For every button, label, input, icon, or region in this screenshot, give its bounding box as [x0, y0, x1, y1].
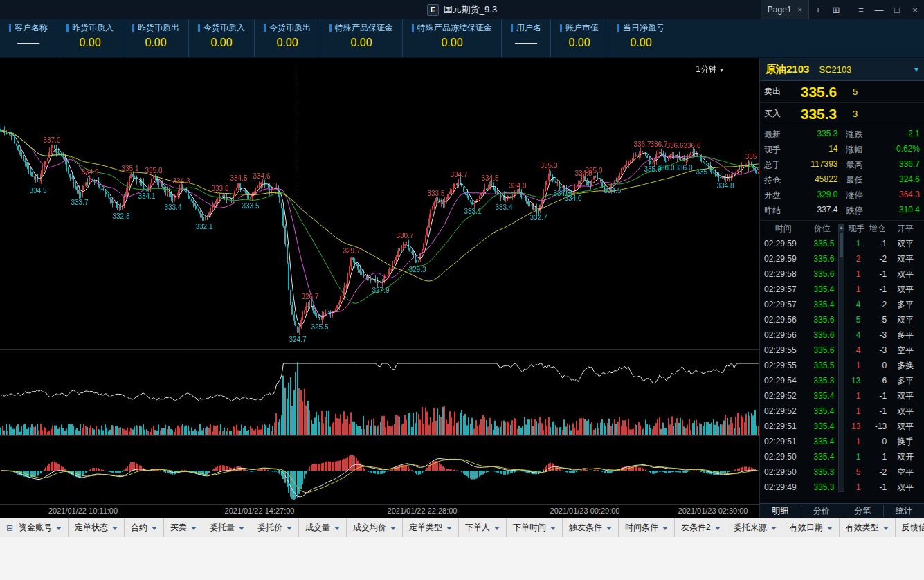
- account-field-label: 用户名: [511, 22, 541, 34]
- bid-price[interactable]: 335.3: [785, 106, 853, 123]
- stat-value: 324.6: [899, 174, 920, 186]
- filter-16[interactable]: 有效类型: [840, 518, 896, 537]
- filter-6[interactable]: 成交量: [299, 518, 347, 537]
- tick-open-close: 空平: [887, 345, 924, 356]
- bid-row[interactable]: 买入 335.3 3: [760, 103, 924, 125]
- tick-volume: 1: [845, 452, 867, 462]
- filter-1[interactable]: 定单状态: [69, 518, 125, 537]
- filter-8[interactable]: 定单类型: [403, 518, 459, 537]
- filter-17[interactable]: 反馈信息: [896, 518, 924, 537]
- filter-9[interactable]: 下单人: [459, 518, 507, 537]
- account-field-value: 0.00: [350, 37, 372, 49]
- tick-open-close: 双平: [887, 238, 924, 250]
- tab-统计[interactable]: 统计: [883, 505, 924, 517]
- tab-明细[interactable]: 明细: [760, 505, 801, 517]
- tick-volume: 13: [845, 422, 867, 431]
- ask-qty: 5: [853, 87, 880, 97]
- filter-label: 委托量: [210, 522, 235, 534]
- tab-分笔[interactable]: 分笔: [842, 505, 883, 517]
- scroll-up-icon[interactable]: ▲: [839, 224, 844, 231]
- filter-10[interactable]: 下单时间: [507, 518, 563, 537]
- tick-table-scrollbar[interactable]: ▲: [838, 224, 844, 492]
- account-field-value: 0.00: [630, 37, 651, 49]
- menu-icon[interactable]: ≡: [852, 0, 870, 19]
- chevron-down-icon: ▾: [720, 66, 723, 73]
- filter-0[interactable]: ⊞资金账号: [0, 518, 69, 537]
- tick-oi-change: -2: [867, 467, 887, 477]
- filter-12[interactable]: 时间条件: [619, 518, 675, 537]
- tick-price: 335.4: [807, 452, 837, 462]
- tick-oi-change: 0: [867, 437, 887, 446]
- quote-panel: 原油2103 SC2103 ▾ 卖出 335.6 5 买入 335.3 3 最新…: [759, 58, 924, 518]
- tick-volume: 1: [845, 361, 867, 370]
- stat-cell: 最新335.3: [760, 129, 842, 141]
- filter-15[interactable]: 有效日期: [783, 518, 840, 537]
- filter-4[interactable]: 委托量: [203, 518, 251, 537]
- filter-label: 定单类型: [409, 522, 442, 534]
- maximize-button[interactable]: □: [888, 0, 906, 19]
- chevron-down-icon[interactable]: ▾: [914, 64, 918, 74]
- ask-row[interactable]: 卖出 335.6 5: [760, 81, 924, 103]
- account-field-label: 昨货币质出: [132, 22, 179, 34]
- tick-open-close: 双平: [887, 390, 924, 402]
- dropdown-arrow-icon: [494, 527, 500, 533]
- quote-panel-tabs: 明细分价分笔统计: [760, 503, 924, 518]
- tick-price: 335.4: [807, 406, 837, 416]
- close-button[interactable]: ×: [906, 0, 924, 19]
- ask-price[interactable]: 335.6: [785, 84, 853, 100]
- stat-label: 总手: [764, 159, 781, 171]
- layout-icon[interactable]: ⊞: [827, 0, 845, 19]
- tick-open-close: 换手: [887, 436, 924, 448]
- account-field: 昨货币质出0.00: [123, 19, 188, 57]
- contract-name: 原油2103: [766, 63, 809, 76]
- tick-time: 02:29:57: [760, 284, 807, 294]
- filter-11[interactable]: 触发条件: [563, 518, 619, 537]
- account-field-value: ——: [17, 37, 39, 49]
- tick-price: 335.6: [807, 315, 837, 325]
- stat-label: 最高: [846, 159, 863, 171]
- account-field-label: 昨货币质入: [66, 22, 114, 34]
- stat-label: 涨跌: [846, 129, 863, 141]
- page-tab-close-icon[interactable]: ×: [798, 6, 802, 14]
- tick-oi-change: -5: [867, 315, 887, 325]
- candlestick-chart-canvas[interactable]: [0, 58, 759, 504]
- tick-price: 335.4: [807, 284, 837, 294]
- dropdown-arrow-icon: [152, 527, 157, 533]
- account-field: 特殊产品冻结保证金0.00: [402, 19, 501, 57]
- tab-分价[interactable]: 分价: [801, 505, 842, 517]
- tick-table: 时间价位现手增仓开平 02:29:59335.51-1双平02:29:59335…: [760, 221, 924, 495]
- filter-3[interactable]: 买卖: [164, 518, 203, 537]
- scrollbar-thumb[interactable]: [840, 233, 843, 257]
- chart-area: 1分钟 ▾ 2021/01/22 10:11:002021/01/22 14:2…: [0, 58, 759, 518]
- tick-oi-change: -1: [867, 406, 887, 416]
- tick-open-close: 双平: [887, 421, 924, 433]
- account-field-value: 0.00: [210, 37, 232, 49]
- stat-value: -0.62%: [894, 144, 920, 156]
- filter-5[interactable]: 委托价: [251, 518, 299, 537]
- tick-time: 02:29:52: [760, 406, 807, 416]
- minimize-button[interactable]: —: [870, 0, 888, 19]
- account-field: 特殊产品保证金0.00: [320, 19, 402, 57]
- tick-volume: 4: [845, 300, 867, 309]
- account-field-label: 账户市值: [560, 22, 599, 34]
- new-page-button[interactable]: +: [809, 0, 827, 19]
- stat-row: 现手14涨幅-0.62%: [760, 142, 924, 157]
- filter-label: 有效类型: [846, 522, 879, 534]
- tick-open-close: 双平: [887, 284, 924, 296]
- tick-oi-change: -1: [867, 239, 887, 248]
- filter-label: 合约: [131, 522, 147, 534]
- filter-7[interactable]: 成交均价: [347, 518, 403, 537]
- contract-selector[interactable]: 原油2103 SC2103 ▾: [760, 58, 924, 81]
- filter-label: 时间条件: [625, 522, 658, 534]
- filter-13[interactable]: 发条件2: [675, 518, 727, 537]
- filter-2[interactable]: 合约: [125, 518, 164, 537]
- tick-col-header: 价位: [807, 223, 837, 235]
- tick-open-close: 双平: [887, 269, 924, 280]
- page-tab[interactable]: Page1 ×: [761, 0, 809, 19]
- timeframe-dropdown[interactable]: 1分钟 ▾: [696, 64, 723, 75]
- dropdown-arrow-icon: [390, 527, 396, 533]
- tick-volume: 13: [845, 376, 867, 386]
- stat-label: 开盘: [764, 190, 781, 201]
- tick-price: 335.5: [807, 361, 837, 370]
- filter-14[interactable]: 委托来源: [727, 518, 783, 537]
